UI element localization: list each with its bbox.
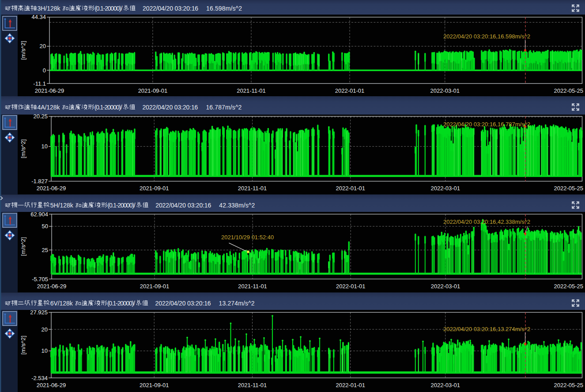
svg-text:2021-06-29: 2021-06-29 <box>35 87 64 94</box>
svg-text:2021-09-01: 2021-09-01 <box>140 185 169 192</box>
svg-text:-1.827: -1.827 <box>31 178 48 185</box>
svg-text:4A/128k: 4A/128k <box>38 104 60 111</box>
svg-text:-2.534: -2.534 <box>31 375 48 381</box>
svg-text:42.338m/s^2: 42.338m/s^2 <box>219 202 255 209</box>
svg-text:2021-09-01: 2021-09-01 <box>140 382 169 388</box>
svg-text:13.274m/s^2: 13.274m/s^2 <box>219 300 255 307</box>
svg-text:20.25: 20.25 <box>33 113 48 120</box>
svg-text:20: 20 <box>42 326 48 333</box>
svg-text:5H/128k: 5H/128k <box>50 202 74 209</box>
svg-text:6V/128k: 6V/128k <box>50 300 73 307</box>
svg-text:2022/04/20 03:20:16: 2022/04/20 03:20:16 <box>143 5 198 12</box>
svg-text:2021-06-29: 2021-06-29 <box>37 382 66 388</box>
svg-text:2022-01-01: 2022-01-01 <box>335 87 365 94</box>
svg-text:2022-03-01: 2022-03-01 <box>431 283 460 290</box>
svg-text:2022-01-01: 2022-01-01 <box>336 283 366 290</box>
svg-text:-5.705: -5.705 <box>32 276 48 283</box>
svg-text:2021-09-01: 2021-09-01 <box>138 87 168 94</box>
svg-text:2022-05-25: 2022-05-25 <box>554 382 584 388</box>
svg-text:16.787m/s^2: 16.787m/s^2 <box>206 104 242 111</box>
svg-text:2021-09-01: 2021-09-01 <box>140 283 170 290</box>
svg-text:20: 20 <box>40 43 46 49</box>
svg-text:2022/04/20 03:20:16,13.274m/s^: 2022/04/20 03:20:16,13.274m/s^2 <box>443 326 530 332</box>
svg-text:2022/04/20 03:20:16: 2022/04/20 03:20:16 <box>142 104 198 111</box>
svg-text:10: 10 <box>42 143 48 150</box>
svg-text:2022-01-01: 2022-01-01 <box>336 382 365 388</box>
svg-text:(0.1-20000)/: (0.1-20000)/ <box>94 104 122 111</box>
svg-text:2021-11-01: 2021-11-01 <box>238 283 267 290</box>
svg-text:44.34: 44.34 <box>31 14 46 20</box>
svg-text:2022/04/20 03:20:16: 2022/04/20 03:20:16 <box>155 300 211 307</box>
svg-text:2022/04/20 03:20:16,16.598m/s^: 2022/04/20 03:20:16,16.598m/s^2 <box>443 33 530 40</box>
svg-text:2022/04/20 03:20:16: 2022/04/20 03:20:16 <box>155 202 211 209</box>
svg-text:(0.1-20000)/: (0.1-20000)/ <box>108 202 136 209</box>
svg-text:-11.1: -11.1 <box>33 80 46 87</box>
svg-text:2021-06-29: 2021-06-29 <box>37 185 66 192</box>
svg-text:2022/04/20 03:20:16,42.338m/s^: 2022/04/20 03:20:16,42.338m/s^2 <box>443 219 530 225</box>
svg-text:16.598m/s^2: 16.598m/s^2 <box>206 5 242 12</box>
svg-text:2022-03-01: 2022-03-01 <box>430 185 460 192</box>
svg-text:0: 0 <box>43 67 46 74</box>
svg-text:2021-11-01: 2021-11-01 <box>238 382 267 388</box>
svg-text:(0.1-20000)/: (0.1-20000)/ <box>94 5 122 12</box>
svg-text:2022/04/20 03:20:16,16.787m/s^: 2022/04/20 03:20:16,16.787m/s^2 <box>443 121 530 128</box>
svg-text:2021-06-29: 2021-06-29 <box>37 283 67 290</box>
svg-text:2021-11-01: 2021-11-01 <box>238 185 267 192</box>
svg-text:2022-03-01: 2022-03-01 <box>430 382 460 388</box>
svg-text:[m/s^2]: [m/s^2] <box>20 335 26 354</box>
svg-text:[m/s^2]: [m/s^2] <box>20 237 26 256</box>
svg-text:50: 50 <box>42 223 48 230</box>
svg-text:2022-01-01: 2022-01-01 <box>336 185 365 192</box>
svg-text:25: 25 <box>42 247 48 253</box>
svg-text:2022-05-25: 2022-05-25 <box>554 87 584 94</box>
svg-text:62.904: 62.904 <box>30 211 48 218</box>
svg-text:27.925: 27.925 <box>30 309 48 316</box>
svg-text:2022-05-25: 2022-05-25 <box>554 283 584 290</box>
svg-text:[m/s^2]: [m/s^2] <box>20 41 26 60</box>
svg-text:10: 10 <box>42 347 48 354</box>
svg-text:2021-11-01: 2021-11-01 <box>237 87 266 94</box>
svg-text:2022-05-25: 2022-05-25 <box>554 185 584 192</box>
svg-text:2022-03-01: 2022-03-01 <box>430 87 460 94</box>
svg-text:3H/128k: 3H/128k <box>38 5 61 12</box>
svg-text:2021/10/29 01:52:40: 2021/10/29 01:52:40 <box>221 234 274 241</box>
svg-text:(0.1-20000)/: (0.1-20000)/ <box>107 300 135 307</box>
svg-text:[m/s^2]: [m/s^2] <box>20 139 26 158</box>
